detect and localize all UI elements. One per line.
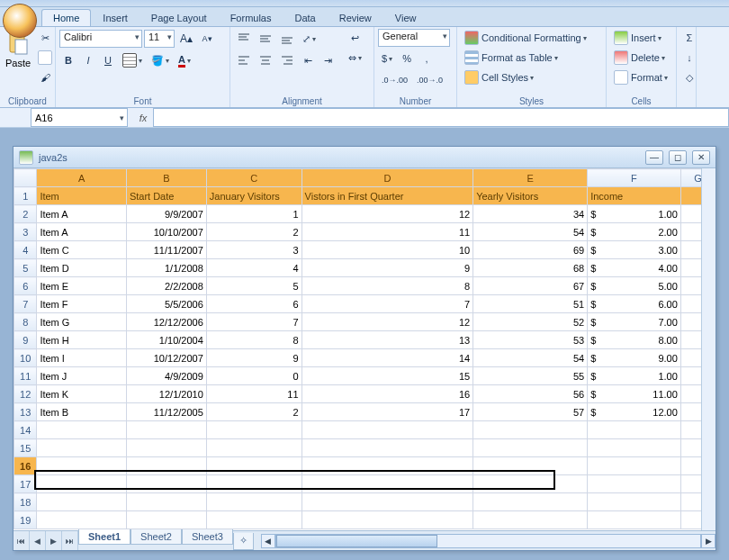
- font-family-combo[interactable]: Calibri: [59, 30, 142, 48]
- cell[interactable]: 54: [473, 349, 588, 367]
- cell[interactable]: 17: [302, 403, 473, 421]
- row-header-19[interactable]: 19: [14, 511, 37, 529]
- formula-bar[interactable]: [153, 108, 729, 127]
- shrink-font-button[interactable]: A▾: [198, 30, 216, 48]
- format-cells-button[interactable]: Format: [610, 68, 672, 86]
- decrease-decimal-button[interactable]: .00→.0: [413, 71, 446, 89]
- row-header-6[interactable]: 6: [14, 277, 37, 295]
- cell[interactable]: 13: [302, 331, 473, 349]
- header-cell[interactable]: Item: [37, 187, 126, 205]
- column-header-D[interactable]: D: [302, 169, 473, 187]
- increase-decimal-button[interactable]: .0→.00: [378, 71, 411, 89]
- cell[interactable]: 9.00: [588, 349, 681, 367]
- cell[interactable]: Item C: [37, 241, 126, 259]
- new-sheet-button[interactable]: ✧: [233, 533, 254, 550]
- tab-review[interactable]: Review: [328, 9, 383, 26]
- cell[interactable]: [588, 439, 681, 457]
- row-header-4[interactable]: 4: [14, 241, 37, 259]
- row-header-2[interactable]: 2: [14, 205, 37, 223]
- cell-styles-button[interactable]: Cell Styles: [461, 68, 602, 86]
- cell[interactable]: 5/5/2006: [126, 295, 206, 313]
- cell[interactable]: Item D: [37, 259, 126, 277]
- cell[interactable]: [37, 511, 126, 529]
- fill-color-button[interactable]: 🪣: [148, 51, 173, 69]
- cell[interactable]: 8: [206, 331, 302, 349]
- cell[interactable]: 6.00: [588, 295, 681, 313]
- cell[interactable]: [206, 475, 302, 493]
- row-header-5[interactable]: 5: [14, 259, 37, 277]
- cell[interactable]: [302, 457, 473, 475]
- row-header-14[interactable]: 14: [14, 421, 37, 439]
- cell[interactable]: 12.00: [588, 403, 681, 421]
- align-center-button[interactable]: [256, 51, 275, 69]
- font-color-button[interactable]: A: [175, 51, 194, 69]
- sheet-nav-prev[interactable]: ◀: [30, 531, 46, 550]
- cell[interactable]: [588, 457, 681, 475]
- cell[interactable]: 2: [206, 403, 302, 421]
- cell[interactable]: 5: [206, 277, 302, 295]
- cell[interactable]: [37, 493, 126, 511]
- row-header-9[interactable]: 9: [14, 331, 37, 349]
- cell[interactable]: Item B: [37, 403, 126, 421]
- cell[interactable]: 0: [206, 367, 302, 385]
- cell[interactable]: Item F: [37, 295, 126, 313]
- format-painter-button[interactable]: 🖌: [34, 68, 56, 86]
- close-button[interactable]: ✕: [692, 150, 710, 165]
- select-all-corner[interactable]: [14, 169, 37, 187]
- cell[interactable]: 12: [302, 313, 473, 331]
- minimize-button[interactable]: —: [645, 150, 663, 165]
- cell[interactable]: 11: [206, 385, 302, 403]
- cell[interactable]: [302, 421, 473, 439]
- workbook-titlebar[interactable]: java2s — ◻ ✕: [14, 147, 716, 168]
- cell[interactable]: [588, 421, 681, 439]
- sheet-tab-sheet2[interactable]: Sheet2: [130, 529, 182, 545]
- row-header-18[interactable]: 18: [14, 493, 37, 511]
- row-header-15[interactable]: 15: [14, 439, 37, 457]
- cell[interactable]: [206, 511, 302, 529]
- fx-button[interactable]: fx: [133, 108, 153, 127]
- cell[interactable]: 1.00: [588, 367, 681, 385]
- scroll-right-button[interactable]: ▶: [701, 534, 716, 548]
- cell[interactable]: [588, 475, 681, 493]
- column-header-A[interactable]: A: [37, 169, 126, 187]
- horizontal-scrollbar[interactable]: ◀ ▶: [261, 531, 716, 550]
- scroll-left-button[interactable]: ◀: [261, 534, 275, 548]
- cell[interactable]: 4: [206, 259, 302, 277]
- cell[interactable]: 55: [473, 367, 588, 385]
- cell[interactable]: [302, 439, 473, 457]
- cell[interactable]: 7: [206, 313, 302, 331]
- column-header-F[interactable]: F: [588, 169, 681, 187]
- row-header-12[interactable]: 12: [14, 385, 37, 403]
- merge-center-button[interactable]: ⇔: [342, 49, 367, 67]
- cell[interactable]: 14: [302, 349, 473, 367]
- header-cell[interactable]: Income: [588, 187, 681, 205]
- row-header-11[interactable]: 11: [14, 367, 37, 385]
- row-header-13[interactable]: 13: [14, 403, 37, 421]
- cell[interactable]: [473, 475, 588, 493]
- cell[interactable]: [37, 475, 126, 493]
- sheet-tab-sheet3[interactable]: Sheet3: [182, 529, 233, 545]
- cell[interactable]: 11.00: [588, 385, 681, 403]
- cell[interactable]: 11/11/2007: [126, 241, 206, 259]
- cell[interactable]: 9: [206, 349, 302, 367]
- cell[interactable]: [126, 457, 206, 475]
- cell[interactable]: 2: [206, 223, 302, 241]
- cell[interactable]: [588, 511, 681, 529]
- grid-area[interactable]: ABCDEFG1ItemStart DateJanuary VisitorsVi…: [14, 168, 716, 530]
- cell[interactable]: [588, 493, 681, 511]
- row-header-17[interactable]: 17: [14, 475, 37, 493]
- orientation-button[interactable]: ⤢: [299, 30, 320, 48]
- sheet-nav-first[interactable]: ⏮: [14, 531, 30, 550]
- cell[interactable]: [473, 439, 588, 457]
- cell[interactable]: 10/10/2007: [126, 223, 206, 241]
- borders-button[interactable]: [119, 51, 146, 69]
- percent-format-button[interactable]: %: [398, 50, 416, 68]
- format-as-table-button[interactable]: Format as Table: [461, 49, 602, 67]
- header-cell[interactable]: January Visitors: [206, 187, 302, 205]
- italic-button[interactable]: I: [79, 51, 97, 69]
- cell[interactable]: Item E: [37, 277, 126, 295]
- cell[interactable]: 2.00: [588, 223, 681, 241]
- tab-insert[interactable]: Insert: [91, 9, 140, 26]
- insert-cells-button[interactable]: Insert: [610, 29, 672, 47]
- cell[interactable]: 7.00: [588, 313, 681, 331]
